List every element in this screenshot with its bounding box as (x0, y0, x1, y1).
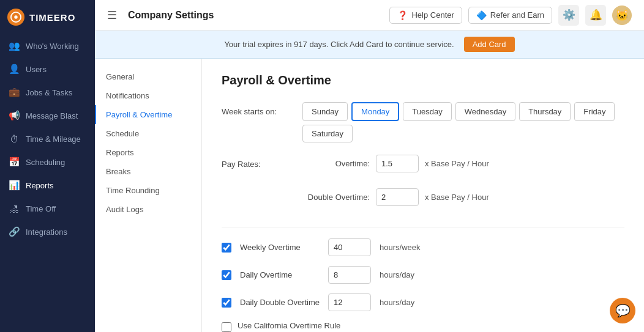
sidebar-item-time-mileage[interactable]: ⏱ Time & Mileage (0, 127, 95, 150)
settings-button[interactable]: ⚙️ (558, 5, 579, 26)
chat-bubble[interactable]: 💬 (610, 298, 635, 323)
sidebar-item-label: Who's Working (26, 42, 79, 51)
payroll-overtime-title: Payroll & Overtime (222, 73, 624, 87)
subnav-notifications[interactable]: Notifications (95, 86, 201, 105)
double-overtime-rate-suffix: x Base Pay / Hour (425, 193, 489, 202)
sidebar-item-label: Reports (26, 181, 54, 190)
daily-overtime-checkbox[interactable] (222, 270, 231, 280)
double-overtime-rate-label: Double Overtime: (302, 193, 370, 202)
message-icon: 📢 (9, 110, 20, 121)
time-off-icon: 🏖 (9, 203, 20, 214)
jobs-icon: 💼 (9, 87, 20, 98)
double-overtime-rate-row: Double Overtime: x Base Pay / Hour (302, 188, 489, 206)
integrations-icon: 🔗 (9, 226, 20, 237)
divider (222, 227, 624, 227)
subnav-breaks[interactable]: Breaks (95, 162, 201, 181)
day-wednesday[interactable]: Wednesday (455, 102, 515, 121)
daily-double-overtime-unit: hours/day (380, 298, 414, 307)
time-icon: ⏱ (9, 133, 20, 144)
page-title: Company Settings (128, 10, 382, 21)
sidebar-nav: 👥 Who's Working 👤 Users 💼 Jobs & Tasks 📢… (0, 34, 95, 243)
overtime-rate-suffix: x Base Pay / Hour (425, 159, 489, 168)
svg-point-1 (14, 15, 17, 18)
sidebar-item-label: Jobs & Tasks (26, 88, 72, 97)
subnav-time-rounding[interactable]: Time Rounding (95, 181, 201, 200)
refer-icon: 🔷 (476, 10, 487, 20)
day-friday[interactable]: Friday (574, 102, 615, 121)
day-sunday[interactable]: Sunday (302, 102, 348, 121)
day-saturday[interactable]: Saturday (302, 125, 353, 142)
avatar[interactable]: 🐱 (612, 6, 632, 25)
logo[interactable]: TIMEERO (0, 0, 95, 34)
help-center-button[interactable]: ❓ Help Center (389, 7, 462, 24)
overtime-rate-input[interactable] (376, 155, 419, 172)
california-label: Use California Overtime Rule (238, 321, 426, 330)
sidebar-item-label: Time & Mileage (26, 135, 81, 144)
weekly-overtime-unit: hours/week (380, 243, 420, 252)
topbar-actions: ❓ Help Center 🔷 Refer and Earn ⚙️ 🔔 🐱 (389, 5, 632, 26)
day-buttons-group: Sunday Monday Tuesday Wednesday Thursday… (302, 102, 624, 142)
sidebar-item-time-off[interactable]: 🏖 Time Off (0, 197, 95, 220)
subnav-schedule[interactable]: Schedule (95, 124, 201, 143)
daily-overtime-input[interactable] (328, 266, 371, 284)
double-overtime-rate-input[interactable] (376, 188, 419, 206)
daily-double-overtime-label: Daily Double Overtime (240, 298, 320, 307)
pay-rates-row: Pay Rates: Overtime: x Base Pay / Hour D… (222, 155, 624, 215)
subnav-general[interactable]: General (95, 67, 201, 86)
weekly-overtime-row: Weekly Overtime hours/week (222, 238, 624, 256)
sidebar-item-integrations[interactable]: 🔗 Integrations (0, 220, 95, 243)
reports-icon: 📊 (9, 180, 20, 191)
whos-working-icon: 👥 (9, 40, 20, 51)
daily-double-overtime-row: Daily Double Overtime hours/day (222, 293, 624, 311)
week-starts-row: Week starts on: Sunday Monday Tuesday We… (222, 102, 624, 142)
sidebar-item-users[interactable]: 👤 Users (0, 57, 95, 81)
menu-icon[interactable]: ☰ (107, 9, 117, 22)
daily-double-overtime-input[interactable] (328, 293, 371, 311)
sidebar-item-scheduling[interactable]: 📅 Scheduling (0, 150, 95, 174)
main-area: ☰ Company Settings ❓ Help Center 🔷 Refer… (95, 0, 644, 332)
logo-icon (7, 9, 24, 26)
weekly-overtime-input[interactable] (328, 238, 371, 256)
subnav-reports[interactable]: Reports (95, 143, 201, 162)
sidebar-item-label: Time Off (26, 204, 56, 213)
logo-text: TIMEERO (29, 12, 75, 23)
sidebar-item-label: Message Blast (26, 111, 78, 120)
week-starts-label: Week starts on: (222, 102, 295, 116)
sub-sidebar: General Notifications Payroll & Overtime… (95, 59, 202, 332)
weekly-overtime-label: Weekly Overtime (240, 243, 320, 252)
overtime-rate-row: Overtime: x Base Pay / Hour (302, 155, 489, 172)
day-thursday[interactable]: Thursday (519, 102, 571, 121)
day-monday[interactable]: Monday (351, 102, 399, 121)
add-card-button[interactable]: Add Card (464, 37, 515, 52)
pay-rates-controls: Overtime: x Base Pay / Hour Double Overt… (302, 155, 489, 215)
content-wrapper: General Notifications Payroll & Overtime… (95, 59, 644, 332)
subnav-audit-logs[interactable]: Audit Logs (95, 200, 201, 219)
sidebar-item-label: Scheduling (26, 158, 65, 167)
sidebar-item-jobs-tasks[interactable]: 💼 Jobs & Tasks (0, 81, 95, 104)
california-row: Use California Overtime Rule Don't know … (222, 321, 624, 332)
scheduling-icon: 📅 (9, 157, 20, 168)
sidebar: TIMEERO 👥 Who's Working 👤 Users 💼 Jobs &… (0, 0, 95, 332)
refer-earn-button[interactable]: 🔷 Refer and Earn (468, 7, 552, 24)
trial-text: Your trial expires in 917 days. Click Ad… (224, 40, 454, 49)
help-icon: ❓ (397, 10, 408, 20)
page-content: Payroll & Overtime Week starts on: Sunda… (202, 59, 644, 332)
subnav-payroll-overtime[interactable]: Payroll & Overtime (95, 105, 201, 124)
california-checkbox[interactable] (222, 322, 231, 332)
sidebar-item-label: Users (26, 65, 47, 74)
sidebar-item-label: Integrations (26, 227, 67, 237)
sidebar-item-message-blast[interactable]: 📢 Message Blast (0, 104, 95, 127)
overtime-rate-label: Overtime: (302, 159, 370, 168)
daily-double-overtime-checkbox[interactable] (222, 298, 231, 308)
trial-banner: Your trial expires in 917 days. Click Ad… (95, 31, 644, 59)
topbar: ☰ Company Settings ❓ Help Center 🔷 Refer… (95, 0, 644, 31)
weekly-overtime-checkbox[interactable] (222, 243, 231, 253)
california-text-group: Use California Overtime Rule Don't know … (238, 321, 426, 332)
notifications-button[interactable]: 🔔 (585, 5, 606, 26)
users-icon: 👤 (9, 64, 20, 75)
sidebar-item-whos-working[interactable]: 👥 Who's Working (0, 34, 95, 57)
daily-overtime-row: Daily Overtime hours/day (222, 266, 624, 284)
day-tuesday[interactable]: Tuesday (403, 102, 451, 121)
daily-overtime-label: Daily Overtime (240, 270, 320, 279)
sidebar-item-reports[interactable]: 📊 Reports (0, 174, 95, 197)
